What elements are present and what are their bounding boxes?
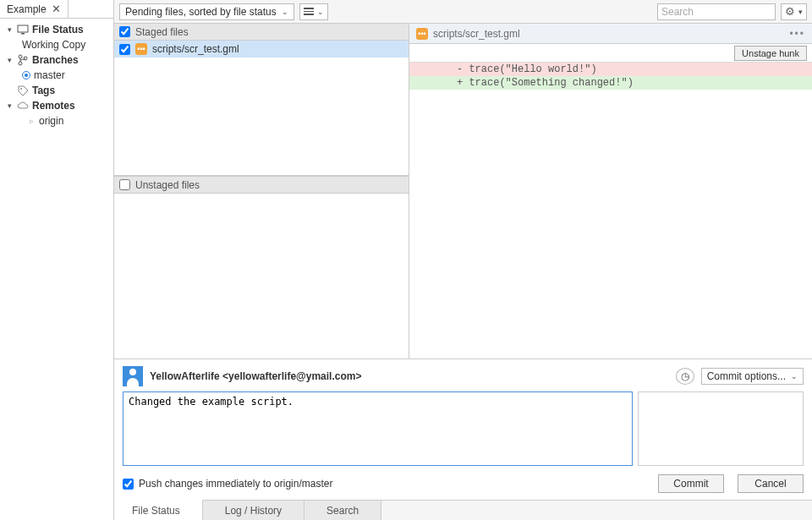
svg-point-2 — [19, 55, 22, 58]
avatar — [123, 366, 143, 386]
diff-panel: ••• scripts/scr_test.gml ••• Unstage hun… — [409, 24, 812, 359]
unstage-hunk-button[interactable]: Unstage hunk — [734, 46, 807, 61]
diff-header: ••• scripts/scr_test.gml ••• — [409, 24, 812, 44]
sidebar-item-label: origin — [39, 115, 63, 127]
tab-log-history[interactable]: Log / History — [203, 501, 304, 520]
sidebar-item-label: master — [34, 69, 65, 81]
commit-history-button[interactable]: ◷ — [676, 368, 694, 385]
unstaged-file-list — [114, 194, 409, 359]
repo-tab[interactable]: Example ✕ — [0, 0, 69, 18]
tab-file-status[interactable]: File Status — [114, 500, 203, 520]
svg-rect-0 — [18, 25, 28, 32]
gear-icon: ⚙ — [785, 5, 795, 18]
tag-icon — [17, 85, 29, 96]
sidebar-item-file-status[interactable]: ▾ File Status — [3, 22, 113, 37]
current-branch-icon — [22, 71, 30, 79]
repo-tab-label: Example — [7, 3, 47, 15]
cloud-icon — [17, 100, 29, 112]
chevron-down-icon: ▾ — [5, 101, 14, 110]
push-label: Push changes immediately to origin/maste… — [139, 478, 332, 490]
branch-icon — [17, 54, 29, 66]
sidebar-item-working-copy[interactable]: Working Copy — [3, 37, 113, 52]
staging-panel: Staged files ••• scripts/scr_test.gml Un… — [114, 24, 409, 359]
diff-file-path: scripts/scr_test.gml — [433, 28, 520, 40]
chevron-down-icon: ▾ — [798, 8, 803, 16]
unstaged-header: Unstaged files — [114, 177, 409, 194]
commit-message-input[interactable] — [123, 391, 633, 466]
repo-tab-bar: Example ✕ — [0, 0, 113, 19]
svg-rect-1 — [21, 33, 25, 35]
unstaged-toggle-checkbox[interactable] — [119, 179, 130, 190]
sort-label: Pending files, sorted by file status — [125, 6, 277, 18]
sidebar-tree: ▾ File Status Working Copy ▾ Branches ma… — [0, 19, 113, 129]
author-label: YellowAfterlife <yellowafterlife@ymail.c… — [150, 370, 361, 382]
hunk-toolbar: Unstage hunk — [409, 44, 812, 63]
commit-button[interactable]: Commit — [658, 474, 724, 493]
monitor-icon — [17, 24, 29, 36]
push-immediately-checkbox[interactable] — [123, 479, 134, 490]
chevron-down-icon: ▾ — [5, 56, 14, 64]
close-icon[interactable]: ✕ — [52, 3, 61, 15]
sidebar-item-label: Remotes — [32, 100, 75, 112]
sidebar-item-master[interactable]: master — [3, 68, 113, 83]
sidebar-item-origin[interactable]: ▹ origin — [3, 113, 113, 129]
sidebar-item-label: Tags — [32, 85, 55, 96]
diff-line-removed[interactable]: - trace("Hello world!") — [409, 63, 812, 76]
more-options-icon[interactable]: ••• — [789, 28, 805, 40]
cancel-button[interactable]: Cancel — [738, 474, 804, 493]
svg-point-5 — [20, 88, 22, 90]
chevron-down-icon: ▾ — [5, 25, 14, 34]
sidebar-item-branches[interactable]: ▾ Branches — [3, 52, 113, 68]
chevron-right-icon: ▹ — [27, 117, 36, 125]
staged-header: Staged files — [114, 24, 409, 41]
sidebar-item-remotes[interactable]: ▾ Remotes — [3, 98, 113, 113]
tab-search[interactable]: Search — [304, 501, 381, 520]
sidebar: Example ✕ ▾ File Status Working Copy ▾ B… — [0, 0, 114, 520]
chevron-down-icon: ⌄ — [317, 8, 324, 16]
list-icon — [304, 8, 314, 15]
staged-file-list: ••• scripts/scr_test.gml — [114, 41, 409, 175]
sort-dropdown[interactable]: Pending files, sorted by file status ⌄ — [119, 3, 294, 20]
svg-point-3 — [19, 62, 22, 65]
chevron-down-icon: ⌄ — [791, 372, 798, 380]
commit-options-dropdown[interactable]: Commit options... ⌄ — [701, 368, 804, 385]
sidebar-item-tags[interactable]: Tags — [3, 83, 113, 98]
commit-panel: YellowAfterlife <yellowafterlife@ymail.c… — [114, 359, 812, 500]
view-mode-button[interactable]: ⌄ — [299, 3, 328, 20]
bottom-tab-bar: File Status Log / History Search — [114, 500, 812, 520]
diff-line-added[interactable]: + trace("Something changed!") — [409, 76, 812, 90]
unstaged-header-label: Unstaged files — [135, 179, 200, 191]
diff-body: - trace("Hello world!") + trace("Somethi… — [409, 63, 812, 90]
toolbar: Pending files, sorted by file status ⌄ ⌄… — [114, 0, 812, 24]
sidebar-item-label: Working Copy — [22, 39, 85, 51]
file-checkbox[interactable] — [119, 44, 130, 55]
staged-header-label: Staged files — [135, 26, 189, 38]
search-input[interactable] — [661, 6, 788, 18]
commit-side-panel — [638, 391, 804, 466]
main-panel: Pending files, sorted by file status ⌄ ⌄… — [114, 0, 812, 520]
modified-icon: ••• — [416, 28, 428, 40]
staged-file-row[interactable]: ••• scripts/scr_test.gml — [114, 41, 409, 57]
chevron-down-icon: ⌄ — [282, 8, 288, 16]
staged-toggle-checkbox[interactable] — [119, 26, 130, 37]
file-path: scripts/scr_test.gml — [152, 43, 239, 55]
modified-icon: ••• — [135, 43, 147, 55]
search-box[interactable]: ⌕ — [657, 3, 776, 20]
sidebar-item-label: Branches — [32, 54, 79, 66]
sidebar-item-label: File Status — [32, 24, 84, 36]
clock-icon: ◷ — [681, 370, 689, 382]
settings-button[interactable]: ⚙ ▾ — [781, 3, 807, 20]
